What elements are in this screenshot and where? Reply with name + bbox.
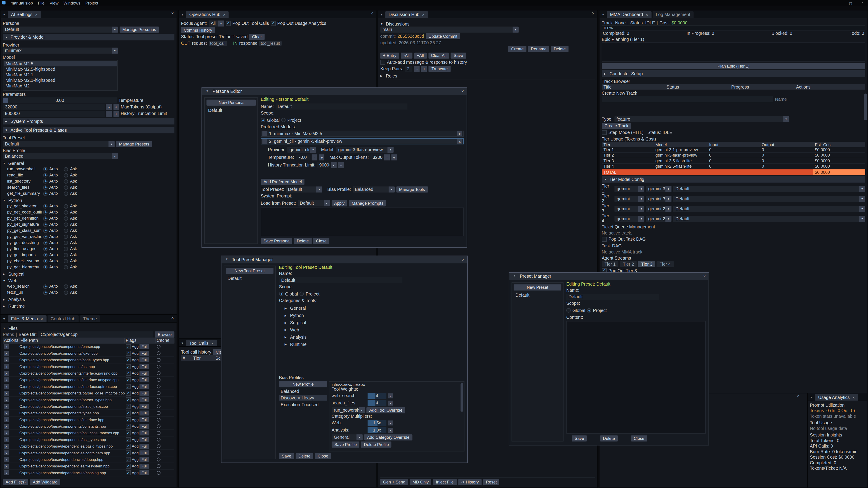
preset-manager-titlebar[interactable]: Preset Manager <box>509 273 709 280</box>
full-mode-button[interactable]: Full <box>140 470 149 475</box>
collapse-arrow-icon[interactable] <box>3 13 5 16</box>
remove-file-button[interactable]: x <box>4 397 9 402</box>
collapse-arrow-icon[interactable] <box>181 341 184 345</box>
tpm-name-input[interactable]: Default <box>279 277 402 283</box>
remove-file-button[interactable]: x <box>4 411 9 416</box>
remove-file-button[interactable]: x <box>4 470 9 475</box>
remove-file-button[interactable]: x <box>4 464 9 468</box>
delete-persona-button[interactable]: Delete <box>294 238 312 244</box>
persona-editor-titlebar[interactable]: Persona Editor <box>202 88 467 95</box>
full-mode-button[interactable]: Full <box>140 377 149 382</box>
reorder-handle[interactable] <box>262 131 268 136</box>
agg-checkbox[interactable] <box>126 384 131 389</box>
collapse-arrow-icon[interactable] <box>3 317 5 320</box>
multiplier-drag[interactable]: 1.3x <box>368 427 386 433</box>
remove-multiplier-button[interactable]: x <box>388 420 393 425</box>
remove-file-button[interactable]: x <box>4 357 9 362</box>
model-option[interactable]: MiniMax-M2.1-highspeed <box>4 77 117 83</box>
agg-checkbox[interactable] <box>126 377 131 382</box>
remove-file-button[interactable]: x <box>4 424 9 429</box>
auto-radio[interactable] <box>43 265 48 269</box>
save-discussion-button[interactable]: Save <box>451 52 466 58</box>
ask-radio[interactable] <box>64 284 68 289</box>
pm-history-input[interactable]: 900000 <box>317 162 329 168</box>
pm-provider-combo[interactable]: gemini_cli <box>287 147 316 153</box>
tab-close-icon[interactable] <box>852 395 855 399</box>
tier-model-config-header[interactable]: Tier Model Config <box>602 176 865 183</box>
truncate-button[interactable]: Truncate <box>429 66 450 72</box>
load-preset-combo[interactable]: Default <box>298 200 330 206</box>
tab-close-icon[interactable] <box>211 341 214 345</box>
tool-group-runtime[interactable]: Runtime <box>3 303 174 308</box>
ask-radio[interactable] <box>64 234 68 239</box>
tab-context-hub[interactable]: Context Hub <box>47 315 79 322</box>
new-profile-button[interactable]: New Profile <box>279 381 327 387</box>
increment-button[interactable] <box>114 110 119 117</box>
category-tree-node[interactable]: Web <box>285 327 465 332</box>
auto-radio[interactable] <box>43 216 48 221</box>
close-icon[interactable] <box>703 274 706 279</box>
auto-radio[interactable] <box>43 259 48 263</box>
tool-group-python[interactable]: Python <box>3 197 174 203</box>
pop-out-tool-calls-checkbox[interactable] <box>225 21 230 26</box>
discussion-action-button[interactable]: Gen + Send <box>380 479 408 485</box>
discussion-action-button[interactable]: Reset <box>483 479 500 485</box>
ask-radio[interactable] <box>64 210 68 215</box>
manage-presets-button[interactable]: Manage Presets <box>116 141 152 147</box>
tier-model-combo[interactable]: gemini-3-flash-preview <box>646 196 672 202</box>
save-tool-preset-button[interactable]: Save <box>279 453 294 459</box>
add-wildcard-button[interactable]: Add Wildcard <box>30 479 60 485</box>
tool-group-surgical[interactable]: Surgical <box>3 271 174 276</box>
tab-discussion-hub[interactable]: Discussion Hub <box>385 11 428 18</box>
add-tool-override-button[interactable]: Add Tool Override <box>366 407 405 413</box>
focus-agent-combo[interactable]: All <box>209 20 224 26</box>
cache-status-icon[interactable] <box>157 437 160 442</box>
tool-preset-combo[interactable]: Default <box>3 141 115 147</box>
close-icon[interactable] <box>461 89 464 94</box>
plan-epic-button[interactable]: Plan Epic (Tier 1) <box>602 63 865 69</box>
project-radio[interactable] <box>300 292 304 296</box>
auto-radio[interactable] <box>43 185 48 190</box>
agg-checkbox[interactable] <box>126 344 131 349</box>
remove-file-button[interactable]: x <box>4 457 9 462</box>
delete-tool-preset-button[interactable]: Delete <box>296 453 313 459</box>
tier-preset-combo[interactable]: Default <box>673 186 865 192</box>
remove-file-button[interactable]: x <box>4 384 9 389</box>
ask-radio[interactable] <box>64 191 68 196</box>
panel-close-icon[interactable] <box>171 11 174 16</box>
create-track-button[interactable]: Create Track <box>602 123 631 129</box>
ask-radio[interactable] <box>64 247 68 251</box>
bias-profile-item[interactable]: Execution-Focused <box>279 402 327 407</box>
new-persona-button[interactable]: New Persona <box>206 100 256 106</box>
pm-max-output-input[interactable]: 32000 <box>370 154 383 160</box>
auto-radio[interactable] <box>43 247 48 251</box>
persona-name-input[interactable]: Default <box>276 103 407 109</box>
category-tree-node[interactable]: General <box>285 305 465 311</box>
preferred-model-row[interactable]: 1. minimax - MiniMax-M2.5 x <box>260 131 464 137</box>
menu-item[interactable]: Project <box>85 0 98 5</box>
comms-history-button[interactable]: Comms History <box>181 27 215 33</box>
cache-status-icon[interactable] <box>157 471 160 475</box>
collapse-arrow-icon[interactable] <box>810 396 813 399</box>
tab-close-icon[interactable] <box>422 12 424 16</box>
collapse-arrow-icon[interactable] <box>513 274 516 277</box>
preset-name-input[interactable]: Default <box>566 294 659 300</box>
cache-status-icon[interactable] <box>157 365 160 368</box>
pop-out-dag-checkbox[interactable] <box>602 236 607 241</box>
full-mode-button[interactable]: Full <box>140 404 149 409</box>
remove-file-button[interactable]: x <box>4 377 9 382</box>
tab-close-icon[interactable] <box>35 12 37 16</box>
save-persona-button[interactable]: Save Persona <box>260 238 292 244</box>
close-button[interactable]: Close <box>313 238 329 244</box>
agg-checkbox[interactable] <box>126 424 131 429</box>
auto-radio[interactable] <box>43 222 48 227</box>
agg-checkbox[interactable] <box>126 437 131 442</box>
category-tree-node[interactable]: Python <box>285 313 465 318</box>
remove-file-button[interactable]: x <box>4 371 9 376</box>
remove-multiplier-button[interactable]: x <box>388 427 393 432</box>
agg-checkbox[interactable] <box>126 464 131 468</box>
cache-status-icon[interactable] <box>157 451 160 455</box>
global-radio[interactable] <box>279 292 283 296</box>
model-option[interactable]: MiniMax-M2.1 <box>4 72 117 77</box>
agg-checkbox[interactable] <box>126 430 131 435</box>
